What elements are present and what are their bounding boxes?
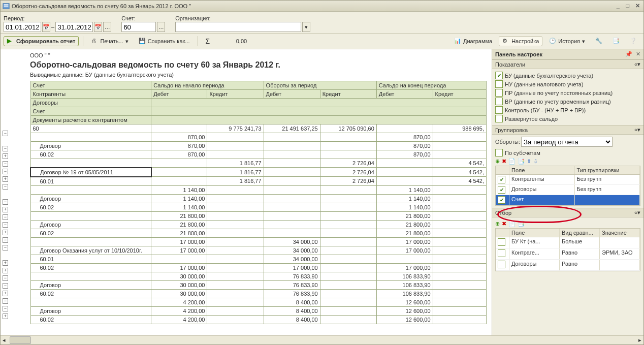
tree-toggle[interactable]: + bbox=[3, 207, 8, 212]
tree-toggle[interactable]: + bbox=[3, 291, 8, 296]
history-button[interactable]: 🕑 История ▾ bbox=[545, 36, 589, 46]
checkbox[interactable] bbox=[498, 238, 505, 246]
tree-toggle[interactable]: − bbox=[3, 169, 8, 174]
tree-toggle[interactable]: − bbox=[3, 306, 8, 311]
table-row[interactable]: 30 000,0076 833,90106 833,90 bbox=[30, 272, 487, 280]
date-to-input[interactable] bbox=[55, 22, 93, 32]
chevron-down-icon[interactable]: ▾ bbox=[637, 127, 640, 133]
table-row[interactable]: 21 800,0021 800,00 bbox=[30, 211, 487, 220]
tree-toggle[interactable]: − bbox=[3, 245, 8, 250]
copy2-icon[interactable]: 📑 bbox=[518, 221, 525, 227]
tree-toggle[interactable]: − bbox=[3, 222, 8, 228]
table-row[interactable]: 4 200,008 400,0012 600,00 bbox=[30, 298, 487, 306]
grouping-row[interactable]: ✔КонтрагентыБез групп bbox=[496, 175, 640, 185]
save-as-button[interactable]: 💾 Сохранить как... bbox=[135, 36, 194, 46]
checkbox[interactable]: ✔ bbox=[498, 176, 505, 183]
subaccounts-checkbox[interactable] bbox=[495, 149, 503, 156]
outline-tree[interactable]: −−+−−+−−+−−+−−++−−+−−+ bbox=[1, 130, 29, 320]
filter-grid[interactable]: Поле Вид сравн... Значение БУ Кт (на...Б… bbox=[495, 228, 640, 271]
tree-toggle[interactable]: + bbox=[3, 260, 8, 266]
scroll-right-icon[interactable]: ▸ bbox=[636, 337, 643, 343]
tree-toggle[interactable]: + bbox=[3, 230, 8, 235]
org-input[interactable] bbox=[175, 22, 301, 32]
panel-close-icon[interactable]: ✕ bbox=[636, 51, 640, 57]
table-row[interactable]: 60.021 140,001 140,00 bbox=[30, 203, 487, 211]
down-icon[interactable]: ⇩ bbox=[533, 158, 538, 165]
table-row[interactable]: Договор870,00870,00 bbox=[30, 142, 487, 150]
checkbox[interactable] bbox=[495, 80, 503, 88]
table-row[interactable]: 17 000,0034 000,0017 000,00 bbox=[30, 237, 487, 246]
table-row[interactable]: Договор1 140,001 140,00 bbox=[30, 194, 487, 203]
checkbox[interactable] bbox=[495, 115, 503, 122]
tree-toggle[interactable]: − bbox=[3, 237, 8, 243]
checkbox[interactable] bbox=[498, 249, 505, 257]
org-dropdown-button[interactable]: ▾ bbox=[302, 22, 310, 32]
table-row[interactable]: Договор Оказания услуг от 10/10/2010г.17… bbox=[30, 246, 487, 255]
extra-button-1[interactable]: 🔧 bbox=[592, 36, 606, 46]
tree-toggle[interactable]: − bbox=[3, 146, 8, 151]
account-select-button[interactable]: … bbox=[157, 22, 165, 32]
report-area[interactable]: −−+−−+−−+−−+−−++−−+−−+ ООО " " Оборотно-… bbox=[1, 49, 492, 335]
tree-toggle[interactable]: − bbox=[3, 298, 8, 304]
checkbox[interactable] bbox=[495, 98, 503, 105]
table-row[interactable]: Договор21 800,0021 800,00 bbox=[30, 220, 487, 229]
checkbox[interactable]: ✔ bbox=[498, 196, 505, 204]
panel-pin-icon[interactable]: 📌 bbox=[625, 51, 632, 57]
grouping-grid[interactable]: Поле Тип группировки ✔КонтрагентыБез гру… bbox=[495, 166, 640, 206]
sigma-button[interactable]: Σ bbox=[202, 36, 214, 47]
table-row[interactable]: 60.0134 000,00 bbox=[30, 255, 487, 263]
checkbox[interactable]: ✔ bbox=[498, 186, 505, 194]
tree-toggle[interactable]: − bbox=[3, 161, 8, 167]
tree-toggle[interactable]: − bbox=[3, 275, 8, 281]
turnover-select[interactable]: За период отчета bbox=[521, 137, 613, 147]
diagram-button[interactable]: 📊 Диаграмма bbox=[450, 36, 496, 46]
tree-toggle[interactable]: + bbox=[3, 313, 8, 319]
form-report-button[interactable]: ▶ Сформировать отчет bbox=[4, 36, 79, 46]
table-row[interactable]: 60.0221 800,0021 800,00 bbox=[30, 229, 487, 237]
tree-toggle[interactable]: − bbox=[3, 131, 8, 136]
table-row[interactable]: 60.024 200,008 400,0012 600,00 bbox=[30, 315, 487, 324]
checkbox[interactable]: ✔ bbox=[495, 72, 503, 79]
tree-toggle[interactable]: − bbox=[3, 283, 8, 289]
grouping-row[interactable]: ✔ДоговорыБез групп bbox=[496, 185, 640, 195]
filter-row[interactable]: БУ Кт (на...Больше bbox=[496, 237, 640, 248]
tree-toggle[interactable]: + bbox=[3, 268, 8, 273]
scrollbar-thumb[interactable] bbox=[10, 336, 31, 344]
filter-row[interactable]: ДоговорыРавно bbox=[496, 260, 640, 271]
add-icon[interactable]: ⊕ bbox=[495, 221, 500, 227]
tree-toggle[interactable]: + bbox=[3, 176, 8, 182]
period-select-button[interactable]: … bbox=[103, 22, 111, 32]
tree-toggle[interactable]: − bbox=[3, 184, 8, 190]
horizontal-scrollbar[interactable]: ◂ ▸ bbox=[1, 335, 643, 344]
report-table[interactable]: Счет Сальдо на начало периода Обороты за… bbox=[30, 81, 487, 324]
table-row[interactable]: 60.0230 000,0076 833,90106 833,90 bbox=[30, 289, 487, 298]
checkbox[interactable] bbox=[498, 261, 505, 268]
date-from-input[interactable] bbox=[4, 22, 41, 32]
copy2-icon[interactable]: 📑 bbox=[518, 158, 525, 165]
grouping-row[interactable]: ✔Счет bbox=[496, 195, 640, 205]
remove-icon[interactable]: ✖ bbox=[502, 158, 506, 165]
table-row[interactable]: 870,00870,00 bbox=[30, 133, 487, 142]
account-input[interactable] bbox=[121, 22, 156, 32]
remove-icon[interactable]: ✖ bbox=[502, 221, 506, 227]
tree-toggle[interactable]: − bbox=[3, 199, 8, 205]
print-button[interactable]: 🖨 Печать... ▾ bbox=[87, 36, 132, 46]
table-row[interactable]: Договор4 200,008 400,0012 600,00 bbox=[30, 306, 487, 315]
table-row[interactable]: 60.02870,00870,00 bbox=[30, 150, 487, 159]
copy-icon[interactable]: 📄 bbox=[508, 158, 516, 165]
copy-icon[interactable]: 📄 bbox=[508, 221, 516, 227]
tree-toggle[interactable]: + bbox=[3, 153, 8, 159]
date-to-picker[interactable]: 📅 bbox=[94, 22, 102, 32]
checkbox[interactable] bbox=[495, 106, 503, 114]
settings-button[interactable]: ⚙ Настройка bbox=[499, 36, 542, 46]
up-icon[interactable]: ⇧ bbox=[527, 158, 531, 165]
chevron-down-icon[interactable]: ▾ bbox=[637, 61, 640, 67]
date-from-picker[interactable]: 📅 bbox=[42, 22, 50, 32]
minimize-button[interactable]: _ bbox=[614, 3, 622, 9]
table-row[interactable]: 609 775 241,7321 491 637,2512 705 090,60… bbox=[30, 124, 487, 133]
maximize-button[interactable]: □ bbox=[624, 3, 632, 9]
table-row[interactable]: 1 816,772 726,044 542, bbox=[30, 159, 487, 168]
checkbox[interactable] bbox=[495, 89, 503, 97]
filter-row[interactable]: Контраге...РавноЭРМИ, ЗАО bbox=[496, 248, 640, 260]
table-row[interactable]: 1 140,001 140,00 bbox=[30, 185, 487, 194]
